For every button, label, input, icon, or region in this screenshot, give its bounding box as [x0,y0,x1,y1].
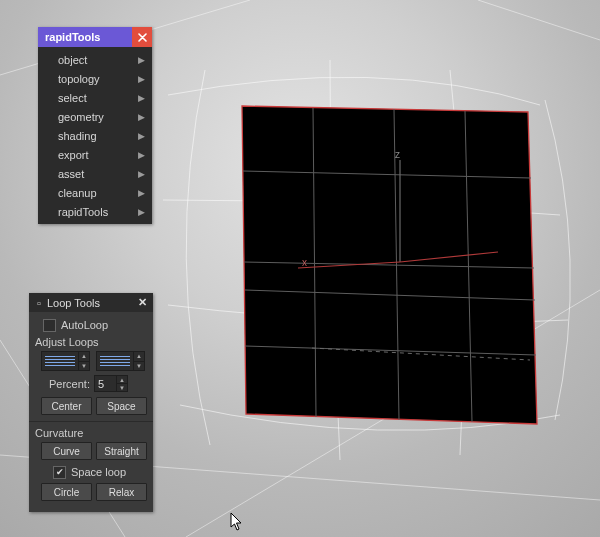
menu-item-label: shading [58,130,132,142]
axis-label-z: z [395,149,400,160]
menu-item-rapidtools[interactable]: rapidTools ▶ [38,202,152,221]
menu-item-shading[interactable]: shading ▶ [38,126,152,145]
chevron-right-icon: ▶ [138,55,145,65]
chevron-right-icon: ▶ [138,112,145,122]
svg-line-4 [478,0,600,40]
menu-item-label: asset [58,168,132,180]
circle-button[interactable]: Circle [41,483,92,501]
rollout-toggle-icon[interactable]: ▫ [33,297,45,309]
chevron-right-icon: ▶ [138,150,145,160]
menu-item-asset[interactable]: asset ▶ [38,164,152,183]
spinner-icon[interactable]: ▲▼ [133,352,144,370]
menu-item-object[interactable]: object ▶ [38,50,152,69]
autoloop-checkbox[interactable]: AutoLoop [43,317,147,333]
checkbox-icon [53,466,66,479]
chevron-right-icon: ▶ [138,93,145,103]
chevron-right-icon: ▶ [138,169,145,179]
percent-label: Percent: [49,378,90,390]
menu-item-label: topology [58,73,132,85]
stripes-icon [97,352,133,370]
rapidtools-menu-body: object ▶ topology ▶ select ▶ geometry ▶ … [38,47,152,224]
percent-value: 5 [95,378,116,390]
rapidtools-menu: rapidTools object ▶ topology ▶ select ▶ … [38,27,152,224]
space-loop-checkbox[interactable]: Space loop [53,464,147,480]
space-button[interactable]: Space [96,397,147,415]
rapidtools-title-label: rapidTools [38,31,132,43]
menu-item-export[interactable]: export ▶ [38,145,152,164]
menu-item-geometry[interactable]: geometry ▶ [38,107,152,126]
stripes-icon [42,352,78,370]
chevron-right-icon: ▶ [138,207,145,217]
menu-item-label: cleanup [58,187,132,199]
curve-button[interactable]: Curve [41,442,92,460]
loop-density-stepper-b[interactable]: ▲▼ [96,351,145,371]
straight-button[interactable]: Straight [96,442,147,460]
menu-item-select[interactable]: select ▶ [38,88,152,107]
close-icon[interactable]: ✕ [135,296,149,309]
menu-item-topology[interactable]: topology ▶ [38,69,152,88]
space-loop-label: Space loop [71,466,126,478]
chevron-right-icon: ▶ [138,188,145,198]
menu-item-label: object [58,54,132,66]
close-icon[interactable] [132,27,152,47]
axis-label-x: x [302,257,307,268]
loop-tools-titlebar[interactable]: ▫ Loop Tools ✕ [29,293,153,312]
spinner-icon[interactable]: ▲▼ [116,376,127,391]
autoloop-label: AutoLoop [61,319,108,331]
relax-button[interactable]: Relax [96,483,147,501]
chevron-right-icon: ▶ [138,74,145,84]
checkbox-icon [43,319,56,332]
percent-spinner[interactable]: 5 ▲▼ [94,375,128,392]
menu-item-label: export [58,149,132,161]
center-button[interactable]: Center [41,397,92,415]
menu-item-label: rapidTools [58,206,132,218]
adjust-loops-header: Adjust Loops [35,336,147,348]
loop-density-stepper-a[interactable]: ▲▼ [41,351,90,371]
curvature-header: Curvature [35,427,147,439]
menu-item-label: select [58,92,132,104]
menu-item-label: geometry [58,111,132,123]
chevron-right-icon: ▶ [138,131,145,141]
separator [29,421,153,422]
loop-tools-panel: ▫ Loop Tools ✕ AutoLoop Adjust Loops ▲▼ … [29,293,153,512]
rapidtools-titlebar[interactable]: rapidTools [38,27,152,47]
loop-tools-title-label: Loop Tools [45,297,135,309]
spinner-icon[interactable]: ▲▼ [78,352,89,370]
menu-item-cleanup[interactable]: cleanup ▶ [38,183,152,202]
